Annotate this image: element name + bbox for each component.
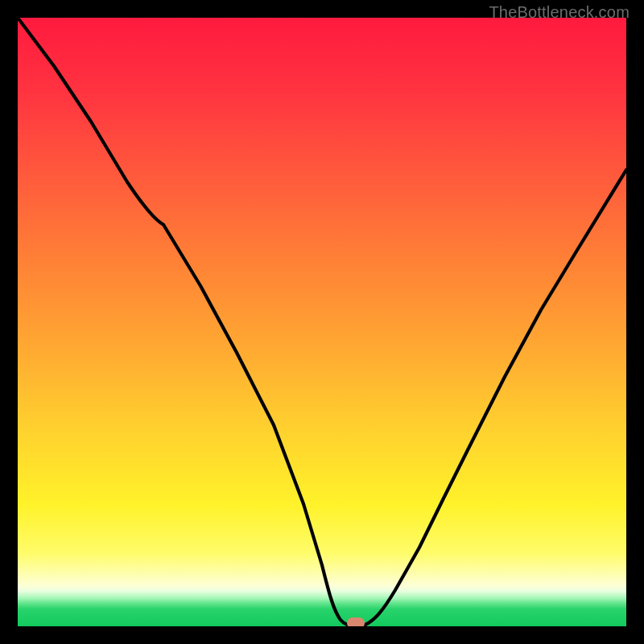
bottleneck-curve bbox=[18, 18, 626, 626]
optimal-point-marker bbox=[347, 617, 365, 626]
chart-frame: TheBottleneck.com bbox=[0, 0, 644, 644]
watermark-text: TheBottleneck.com bbox=[489, 3, 630, 22]
plot-area bbox=[18, 18, 626, 626]
bottleneck-curve-path bbox=[18, 18, 626, 626]
